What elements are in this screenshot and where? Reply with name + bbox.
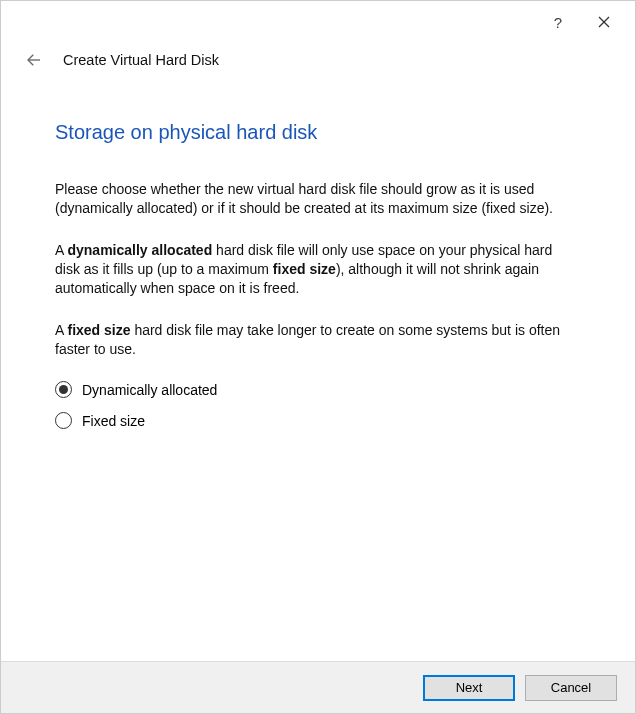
intro-paragraph: Please choose whether the new virtual ha… [55, 180, 581, 219]
wizard-footer: Next Cancel [1, 661, 635, 713]
page-heading: Storage on physical hard disk [55, 121, 581, 144]
titlebar: ? [1, 1, 635, 43]
text-bold: fixed size [273, 261, 336, 277]
back-button[interactable] [23, 49, 45, 71]
radio-label: Fixed size [82, 413, 145, 429]
cancel-button[interactable]: Cancel [525, 675, 617, 701]
radio-indicator-icon [55, 412, 72, 429]
radio-dynamically-allocated[interactable]: Dynamically allocated [55, 381, 581, 398]
help-icon: ? [554, 14, 562, 31]
close-button[interactable] [581, 6, 627, 38]
next-button[interactable]: Next [423, 675, 515, 701]
wizard-title: Create Virtual Hard Disk [63, 52, 219, 68]
wizard-header: Create Virtual Hard Disk [1, 43, 635, 97]
storage-type-radio-group: Dynamically allocated Fixed size [55, 381, 581, 429]
radio-fixed-size[interactable]: Fixed size [55, 412, 581, 429]
fixed-paragraph: A fixed size hard disk file may take lon… [55, 321, 581, 360]
close-icon [598, 16, 610, 28]
wizard-content: Storage on physical hard disk Please cho… [1, 97, 635, 661]
dynamic-paragraph: A dynamically allocated hard disk file w… [55, 241, 581, 299]
text-bold: dynamically allocated [67, 242, 212, 258]
help-button[interactable]: ? [535, 6, 581, 38]
radio-label: Dynamically allocated [82, 382, 217, 398]
text-fragment: hard disk file may take longer to create… [55, 322, 560, 357]
radio-indicator-icon [55, 381, 72, 398]
text-bold: fixed size [67, 322, 130, 338]
text-fragment: A [55, 322, 67, 338]
back-arrow-icon [25, 51, 43, 69]
text-fragment: A [55, 242, 67, 258]
